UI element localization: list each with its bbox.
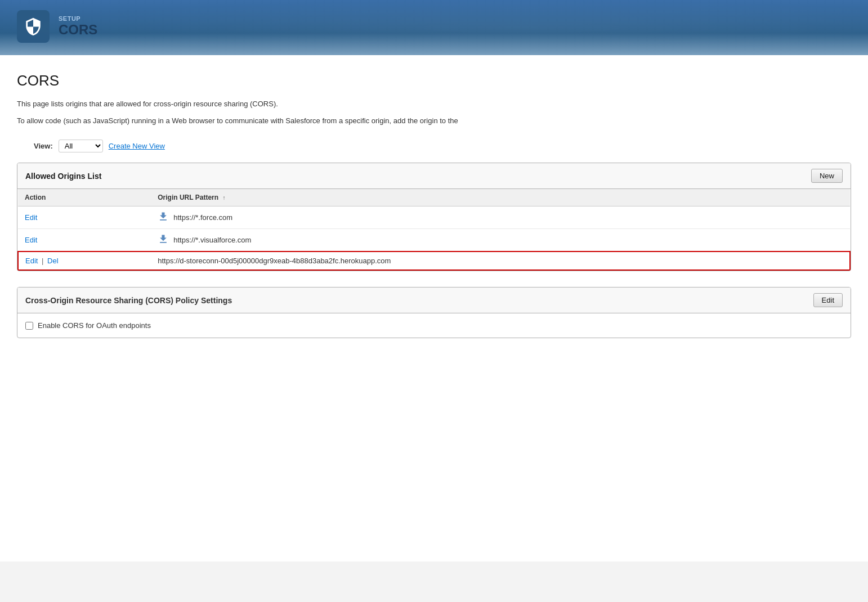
view-row: View: All Custom System Create New View <box>34 140 851 152</box>
url-text: https://*.visualforce.com <box>173 236 251 244</box>
action-cell: Edit | Del <box>18 251 151 270</box>
shield-icon <box>24 16 43 37</box>
table-header-row: Action Origin URL Pattern ↑ <box>18 189 850 206</box>
sort-icon: ↑ <box>222 195 225 201</box>
edit-link[interactable]: Edit <box>25 236 37 244</box>
action-cell: Edit <box>18 206 151 229</box>
enable-cors-checkbox[interactable] <box>25 322 33 330</box>
table-row-highlighted: Edit | Del https://d-storeconn-00d5j0000… <box>18 251 850 270</box>
header-text: SETUP CORS <box>59 15 97 38</box>
view-label: View: <box>34 142 53 150</box>
header-icon-box <box>17 10 50 43</box>
table-row: Edit https://*.force.com <box>18 206 850 229</box>
download-icon <box>158 233 169 246</box>
cors-policy-header: Cross-Origin Resource Sharing (CORS) Pol… <box>17 287 851 313</box>
enable-cors-checkbox-row: Enable CORS for OAuth endpoints <box>25 321 843 330</box>
col-origin-url: Origin URL Pattern ↑ <box>151 189 850 206</box>
header-title: CORS <box>59 22 97 38</box>
cors-policy-body: Enable CORS for OAuth endpoints <box>17 313 851 338</box>
url-text-highlighted: https://d-storeconn-00d5j00000dgr9xeab-4… <box>158 257 391 265</box>
page-header: SETUP CORS <box>0 0 868 55</box>
allowed-origins-section: Allowed Origins List New Action Origin U… <box>17 163 851 271</box>
allowed-origins-header: Allowed Origins List New <box>17 163 851 189</box>
allowed-origins-title: Allowed Origins List <box>25 172 101 181</box>
cors-policy-title: Cross-Origin Resource Sharing (CORS) Pol… <box>25 296 232 305</box>
setup-label: SETUP <box>59 15 97 22</box>
view-select[interactable]: All Custom System <box>59 140 103 152</box>
edit-link[interactable]: Edit <box>25 213 37 222</box>
cors-policy-section: Cross-Origin Resource Sharing (CORS) Pol… <box>17 287 851 338</box>
edit-link[interactable]: Edit <box>25 257 38 265</box>
col-action: Action <box>18 189 151 206</box>
allowed-origins-table: Action Origin URL Pattern ↑ Edit <box>17 189 851 271</box>
cors-policy-edit-button[interactable]: Edit <box>813 293 843 307</box>
del-link[interactable]: Del <box>47 257 59 265</box>
page-title: CORS <box>17 72 851 89</box>
create-new-view-link[interactable]: Create New View <box>109 142 165 150</box>
url-cell-highlighted: https://d-storeconn-00d5j00000dgr9xeab-4… <box>151 251 850 270</box>
description-text-1: This page lists origins that are allowed… <box>17 98 851 110</box>
description-text-2: To allow code (such as JavaScript) runni… <box>17 115 851 127</box>
enable-cors-label: Enable CORS for OAuth endpoints <box>38 321 151 330</box>
main-content: CORS This page lists origins that are al… <box>0 55 868 561</box>
action-separator: | <box>42 257 43 265</box>
action-cell: Edit <box>18 229 151 252</box>
table-row: Edit https://*.visualforce.com <box>18 229 850 252</box>
download-icon <box>158 211 169 224</box>
url-text: https://*.force.com <box>173 213 232 222</box>
new-button[interactable]: New <box>811 169 843 183</box>
url-cell: https://*.visualforce.com <box>151 229 850 252</box>
url-cell: https://*.force.com <box>151 206 850 229</box>
